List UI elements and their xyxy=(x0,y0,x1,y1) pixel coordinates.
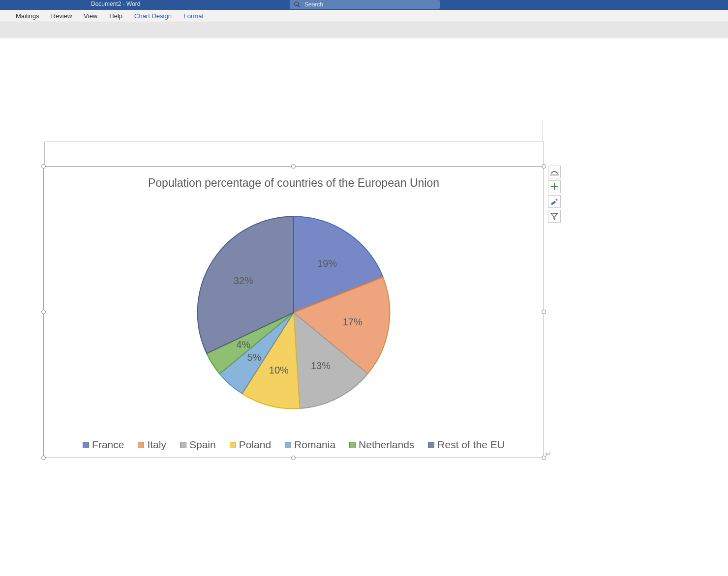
svg-marker-7 xyxy=(551,213,558,220)
legend-label: Netherlands xyxy=(359,439,414,451)
chart-object[interactable]: Population percentage of countries of th… xyxy=(43,166,544,458)
search-box[interactable] xyxy=(290,0,440,9)
resize-handle[interactable] xyxy=(41,310,46,314)
legend-item-spain[interactable]: Spain xyxy=(180,439,216,451)
chart-side-buttons xyxy=(548,166,561,223)
tab-view[interactable]: View xyxy=(78,10,103,22)
svg-rect-5 xyxy=(551,201,556,205)
chart-elements-button[interactable] xyxy=(548,180,561,193)
legend-item-poland[interactable]: Poland xyxy=(230,439,271,451)
search-input[interactable] xyxy=(304,1,436,8)
svg-point-0 xyxy=(295,2,299,6)
svg-line-1 xyxy=(298,5,300,7)
pie-label: 5% xyxy=(247,351,261,363)
legend-swatch xyxy=(180,442,186,448)
legend-label: Rest of the EU xyxy=(437,439,505,451)
legend-label: France xyxy=(92,439,124,451)
pie-label: 4% xyxy=(236,339,250,350)
legend-item-italy[interactable]: Italy xyxy=(138,439,166,451)
legend-item-netherlands[interactable]: Netherlands xyxy=(349,439,414,451)
tab-review[interactable]: Review xyxy=(45,10,78,22)
legend-label: Romania xyxy=(294,439,335,451)
ribbon-tabs: Mailings Review View Help Chart Design F… xyxy=(0,10,728,22)
legend-swatch xyxy=(138,442,144,448)
resize-handle[interactable] xyxy=(542,164,546,169)
ribbon-strip xyxy=(0,22,728,38)
resize-handle[interactable] xyxy=(41,456,46,460)
document-area: Population percentage of countries of th… xyxy=(0,38,728,576)
legend-label: Italy xyxy=(147,439,166,451)
legend-swatch xyxy=(428,442,434,448)
tab-chart-design[interactable]: Chart Design xyxy=(128,10,178,22)
legend-label: Spain xyxy=(189,439,216,451)
legend-swatch xyxy=(285,442,291,448)
resize-handle[interactable] xyxy=(41,164,46,169)
chart-styles-button[interactable] xyxy=(548,195,561,208)
legend-item-rest-of-the-eu[interactable]: Rest of the EU xyxy=(428,439,505,451)
search-icon xyxy=(294,1,301,8)
window-title: Document2 - Word xyxy=(91,0,140,7)
pie-label: 13% xyxy=(311,360,331,371)
pie-label: 19% xyxy=(317,258,337,269)
svg-marker-6 xyxy=(555,199,558,201)
legend-swatch xyxy=(230,442,236,448)
pie-label: 32% xyxy=(234,275,253,287)
chart-filters-button[interactable] xyxy=(548,210,561,223)
tab-mailings[interactable]: Mailings xyxy=(10,10,45,22)
resize-handle[interactable] xyxy=(291,456,296,460)
paragraph-mark-icon: ↵ xyxy=(545,449,551,459)
layout-options-button[interactable] xyxy=(548,166,561,178)
tab-help[interactable]: Help xyxy=(103,10,128,22)
resize-handle[interactable] xyxy=(542,310,546,314)
legend-label: Poland xyxy=(239,439,271,451)
pie-chart[interactable]: 19%17%13%10%5%4%32% xyxy=(188,207,399,418)
resize-handle[interactable] xyxy=(291,164,296,169)
page-margin-guide xyxy=(44,142,544,164)
legend-item-romania[interactable]: Romania xyxy=(285,439,335,451)
legend-swatch xyxy=(349,442,356,448)
legend-item-france[interactable]: France xyxy=(83,439,124,451)
chart-legend[interactable]: FranceItalySpainPolandRomaniaNetherlands… xyxy=(44,439,544,451)
pie-label: 10% xyxy=(269,365,289,376)
chart-title[interactable]: Population percentage of countries of th… xyxy=(44,176,544,190)
pie-label: 17% xyxy=(343,316,363,327)
legend-swatch xyxy=(83,442,89,448)
tab-format[interactable]: Format xyxy=(178,10,210,22)
title-bar: Document2 - Word xyxy=(0,0,728,10)
